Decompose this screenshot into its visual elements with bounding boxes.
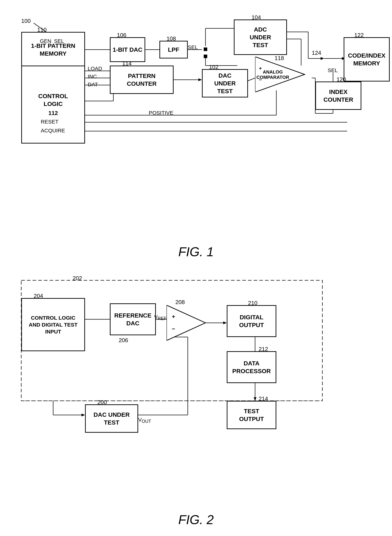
- signal-vref: VREF: [154, 314, 167, 321]
- signal-sel1: SEL: [54, 38, 64, 44]
- ref-214: 214: [259, 395, 268, 402]
- svg-text:+: +: [259, 66, 262, 71]
- fig1-title: FIG. 1: [11, 244, 381, 259]
- block-pattern-counter: PATTERN COUNTER: [110, 66, 174, 94]
- ref-104: 104: [252, 14, 261, 21]
- block-dac-under-test: DAC UNDER TEST: [202, 69, 248, 98]
- ref-112-label: 112: [38, 109, 68, 117]
- svg-marker-12: [321, 57, 324, 60]
- svg-marker-78: [167, 305, 205, 341]
- block-index-counter: INDEX COUNTER: [315, 81, 361, 110]
- ref-102: 102: [209, 64, 218, 70]
- svg-marker-64: [223, 321, 227, 324]
- block-test-output: TEST OUTPUT: [227, 401, 276, 429]
- svg-marker-68: [254, 397, 257, 401]
- ref-210: 210: [248, 300, 257, 306]
- ref-202: 202: [73, 275, 82, 282]
- ref-212: 212: [259, 346, 268, 353]
- ref-106: 106: [117, 32, 126, 38]
- signal-dat: DAT: [88, 81, 98, 88]
- ref-204: 204: [34, 293, 43, 299]
- block-adc-under-test: ADC UNDER TEST: [234, 19, 287, 55]
- fig2-title: FIG. 2: [11, 512, 381, 527]
- signal-reset: RESET: [41, 119, 58, 125]
- signal-inc: INC: [88, 74, 97, 80]
- signal-sel3: SEL: [328, 67, 338, 73]
- fig2-diagram: 202 CONTROL LOGIC AND DIGITAL TEST INPUT…: [11, 270, 383, 509]
- signal-gen: GEN: [40, 38, 51, 44]
- ref-200: 200: [98, 399, 107, 406]
- svg-text:−: −: [172, 326, 175, 332]
- fig1-diagram: 100: [11, 11, 383, 241]
- ref-208: 208: [175, 299, 185, 306]
- ref-108: 108: [167, 35, 176, 42]
- block-pattern-memory: 1-BIT PATTERN MEMORY: [21, 32, 85, 67]
- ref-114: 114: [122, 60, 132, 67]
- svg-text:+: +: [172, 313, 175, 320]
- ref-124: 124: [312, 50, 321, 56]
- svg-marker-21: [198, 78, 202, 81]
- page: 100: [0, 0, 392, 536]
- block-lpf: LPF: [159, 41, 188, 58]
- block-data-processor: DATA PROCESSOR: [227, 351, 276, 383]
- svg-rect-52: [204, 47, 207, 51]
- comparator-svg: + − ANALOG COMPARATOR: [255, 57, 312, 92]
- svg-text:COMPARATOR: COMPARATOR: [257, 75, 289, 80]
- signal-sel2: SEL: [188, 44, 198, 50]
- svg-text:ANALOG: ANALOG: [263, 69, 283, 75]
- block-reference-dac: REFERENCE DAC: [110, 303, 156, 335]
- block-digital-output: DIGITAL OUTPUT: [227, 305, 276, 337]
- svg-marker-71: [81, 414, 85, 416]
- block-code-index-memory: CODE/INDEX MEMORY: [344, 37, 390, 81]
- signal-acquire: ACQUIRE: [41, 127, 65, 134]
- ref-110: 110: [37, 27, 47, 33]
- ref-206: 206: [119, 337, 128, 343]
- fig2-comparator-svg: + −: [167, 305, 209, 341]
- signal-vout: VOUT: [138, 417, 151, 424]
- signal-load: LOAD: [88, 66, 102, 72]
- svg-rect-53: [204, 55, 207, 58]
- ref-122: 122: [354, 32, 364, 38]
- ref-120: 120: [336, 76, 346, 83]
- ref-118: 118: [275, 55, 284, 61]
- block-control-logic-digital: CONTROL LOGIC AND DIGITAL TEST INPUT: [21, 298, 85, 351]
- block-dac-under-test-fig2: DAC UNDER TEST: [85, 404, 138, 433]
- signal-positive: POSITIVE: [149, 110, 173, 116]
- block-1bit-dac: 1-BIT DAC: [110, 37, 145, 62]
